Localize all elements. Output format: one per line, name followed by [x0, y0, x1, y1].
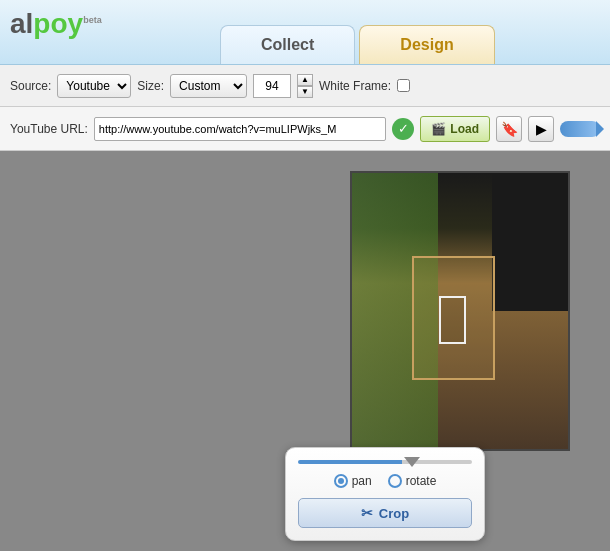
white-frame-checkbox[interactable]	[397, 79, 410, 92]
source-select[interactable]: Youtube Upload Web	[57, 74, 131, 98]
rotate-radio-label: rotate	[406, 474, 437, 488]
main-area: pan rotate ✂ Crop	[0, 151, 610, 551]
logo-poy: poy	[33, 8, 83, 39]
play-icon: ▶	[536, 121, 547, 137]
crop-panel: pan rotate ✂ Crop	[285, 447, 485, 541]
pan-radio[interactable]: pan	[334, 474, 372, 488]
logo-beta: beta	[83, 15, 102, 25]
url-bar: YouTube URL: ✓ 🎬 Load 🔖 ▶	[0, 107, 610, 151]
toolbar: Source: Youtube Upload Web Size: Custom …	[0, 65, 610, 107]
header: alpoybeta Collect Design	[0, 0, 610, 65]
scissors-icon: ✂	[361, 505, 373, 521]
source-label: Source:	[10, 79, 51, 93]
crop-slider-thumb	[404, 457, 420, 467]
white-frame-label: White Frame:	[319, 79, 391, 93]
size-up-button[interactable]: ▲	[297, 74, 313, 86]
url-valid-icon: ✓	[392, 118, 414, 140]
crop-selection-box[interactable]	[412, 256, 494, 380]
tab-design[interactable]: Design	[359, 25, 494, 64]
youtube-url-label: YouTube URL:	[10, 122, 88, 136]
play-button[interactable]: ▶	[528, 116, 554, 142]
film-icon: 🎬	[431, 122, 446, 136]
rotate-radio[interactable]: rotate	[388, 474, 437, 488]
load-button[interactable]: 🎬 Load	[420, 116, 490, 142]
dark-figure	[492, 173, 568, 311]
logo: alpoybeta	[10, 8, 102, 40]
size-spinner: ▲ ▼	[297, 74, 313, 98]
youtube-url-input[interactable]	[94, 117, 386, 141]
logo-al: al	[10, 8, 33, 39]
video-container	[350, 171, 570, 451]
size-select[interactable]: Custom 640x480 320x240	[170, 74, 247, 98]
rotate-radio-circle	[388, 474, 402, 488]
inner-selection-box	[439, 296, 466, 344]
tab-collect[interactable]: Collect	[220, 25, 355, 64]
crop-slider-track[interactable]	[298, 460, 472, 464]
bookmark-button[interactable]: 🔖	[496, 116, 522, 142]
bookmark-icon: 🔖	[501, 121, 518, 137]
crop-button-label: Crop	[379, 506, 409, 521]
nav-tabs: Collect Design	[220, 25, 495, 64]
crop-button[interactable]: ✂ Crop	[298, 498, 472, 528]
pan-radio-label: pan	[352, 474, 372, 488]
video-background	[352, 173, 568, 449]
mini-slider[interactable]	[560, 121, 600, 137]
pan-radio-circle	[334, 474, 348, 488]
mode-radio-row: pan rotate	[298, 474, 472, 488]
crop-slider-row	[298, 460, 472, 464]
size-number-input[interactable]	[253, 74, 291, 98]
size-down-button[interactable]: ▼	[297, 86, 313, 98]
size-label: Size:	[137, 79, 164, 93]
